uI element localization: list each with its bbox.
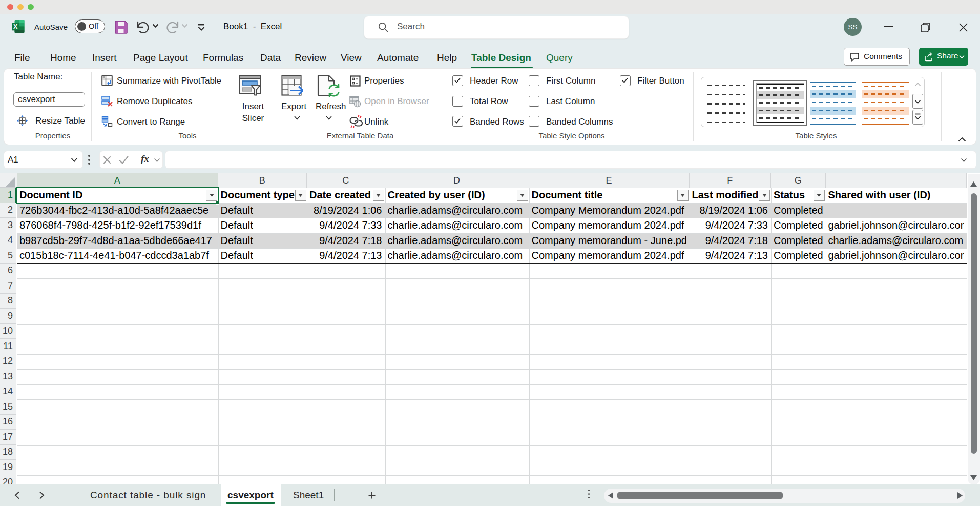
svg-text:X: X xyxy=(13,23,18,30)
